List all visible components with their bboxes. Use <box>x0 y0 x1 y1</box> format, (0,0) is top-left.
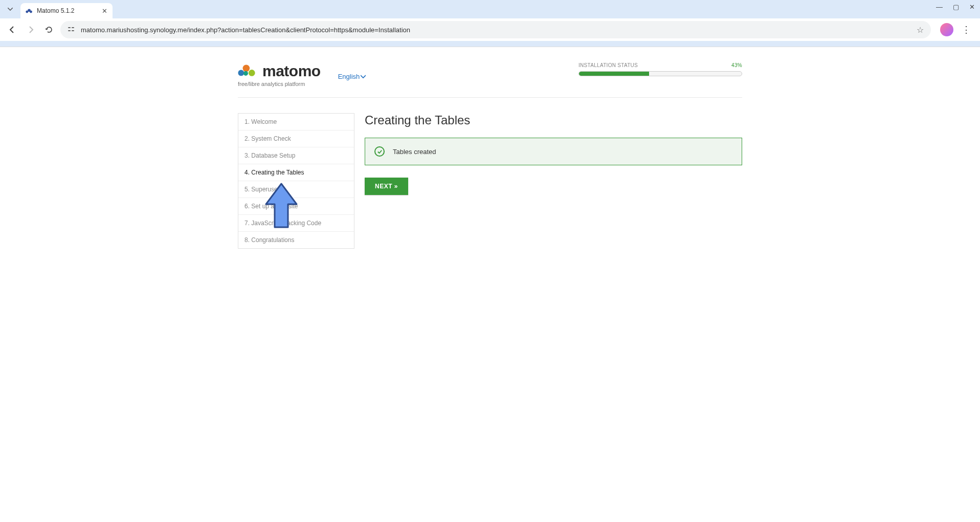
success-alert: Tables created <box>365 138 742 165</box>
svg-point-2 <box>30 11 32 13</box>
minimize-icon[interactable]: — <box>936 3 943 11</box>
window-controls: — ▢ ✕ <box>936 3 975 11</box>
page-header: matomo free/libre analytics platform Eng… <box>238 62 742 98</box>
sidebar-item-welcome[interactable]: 1. Welcome <box>238 114 354 130</box>
chevron-down-icon <box>361 73 366 80</box>
reload-button[interactable] <box>42 23 56 37</box>
svg-point-7 <box>238 70 244 76</box>
next-button[interactable]: NEXT » <box>365 178 408 195</box>
page-body: 1. Welcome 2. System Check 3. Database S… <box>238 113 742 249</box>
browser-chrome: Matomo 5.1.2 ✕ — ▢ ✕ matomo.mariushostin… <box>0 0 980 47</box>
svg-point-10 <box>243 71 248 76</box>
sidebar-item-superuser[interactable]: 5. Superuser <box>238 181 354 198</box>
svg-rect-4 <box>72 27 74 28</box>
favicon-icon <box>26 7 33 14</box>
progress-fill <box>579 72 649 76</box>
success-message: Tables created <box>393 148 436 156</box>
back-button[interactable] <box>5 23 19 37</box>
svg-rect-3 <box>68 27 71 28</box>
browser-toolbar: matomo.mariushosting.synology.me/index.p… <box>0 18 980 41</box>
maximize-icon[interactable]: ▢ <box>953 3 959 11</box>
sidebar-item-creating-tables[interactable]: 4. Creating the Tables <box>238 164 354 181</box>
address-bar[interactable]: matomo.mariushosting.synology.me/index.p… <box>60 21 931 38</box>
url-text: matomo.mariushosting.synology.me/index.p… <box>81 26 410 34</box>
site-settings-icon[interactable] <box>68 26 76 34</box>
sidebar-item-congratulations[interactable]: 8. Congratulations <box>238 232 354 248</box>
logo-block: matomo free/libre analytics platform Eng… <box>238 62 366 87</box>
close-window-icon[interactable]: ✕ <box>969 3 975 11</box>
profile-avatar[interactable] <box>940 23 953 36</box>
installation-status: INSTALLATION STATUS 43% <box>578 62 742 76</box>
sidebar-item-setup-website[interactable]: 6. Set up a Website <box>238 198 354 215</box>
page-title: Creating the Tables <box>365 113 742 127</box>
sidebar-item-js-tracking[interactable]: 7. JavaScript Tracking Code <box>238 215 354 232</box>
status-label: INSTALLATION STATUS <box>578 62 638 68</box>
brand-name: matomo <box>262 62 321 80</box>
svg-rect-5 <box>68 30 71 31</box>
svg-point-9 <box>249 70 255 76</box>
main-content: Creating the Tables Tables created NEXT … <box>365 113 742 249</box>
chrome-menu-icon[interactable]: ⋮ <box>957 24 975 35</box>
svg-point-8 <box>243 65 250 72</box>
browser-tab[interactable]: Matomo 5.1.2 ✕ <box>20 3 113 18</box>
page-container: matomo free/libre analytics platform Eng… <box>238 47 742 249</box>
svg-rect-6 <box>72 30 74 31</box>
language-selector[interactable]: English <box>338 73 366 80</box>
tab-bar: Matomo 5.1.2 ✕ <box>0 0 980 18</box>
forward-button[interactable] <box>24 23 38 37</box>
installation-steps-sidebar: 1. Welcome 2. System Check 3. Database S… <box>238 113 354 249</box>
page-viewport: matomo free/libre analytics platform Eng… <box>0 47 980 522</box>
sidebar-item-system-check[interactable]: 2. System Check <box>238 130 354 147</box>
matomo-logo-icon <box>238 63 258 79</box>
tab-close-icon[interactable]: ✕ <box>102 7 107 15</box>
bookmark-star-icon[interactable]: ☆ <box>917 25 924 35</box>
check-circle-icon <box>374 146 385 157</box>
brand-tagline: free/libre analytics platform <box>238 81 321 87</box>
progress-bar <box>578 71 742 76</box>
tab-title: Matomo 5.1.2 <box>37 7 74 14</box>
language-label: English <box>338 73 360 80</box>
sidebar-item-database-setup[interactable]: 3. Database Setup <box>238 147 354 164</box>
status-percent: 43% <box>731 62 742 68</box>
tab-search-dropdown[interactable] <box>6 5 14 13</box>
